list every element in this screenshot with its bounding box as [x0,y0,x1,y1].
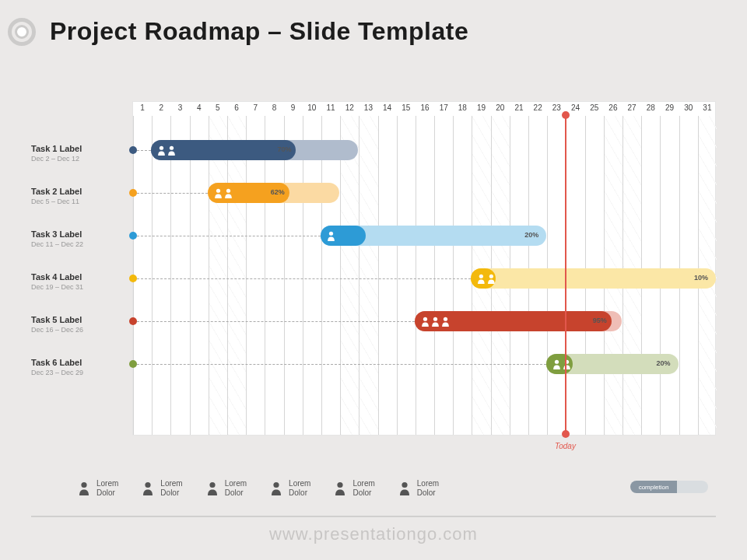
svg-point-15 [273,482,279,488]
task-dates: Dec 2 – Dec 12 [31,155,124,163]
day-number: 8 [265,103,283,112]
connector-line [137,193,208,194]
bullet-icon [8,18,36,46]
connector-line [137,278,471,279]
day-number: 20 [491,103,510,112]
task-percent: 70% [277,145,291,153]
task-label: Task 4 Label Dec 19 – Dec 31 [31,272,124,291]
day-number: 28 [641,103,660,112]
task-percent: 62% [271,188,285,196]
day-number: 15 [397,103,416,112]
day-number: 25 [585,103,604,112]
day-number: 17 [434,103,453,112]
connector-line [137,364,546,365]
legend-text: LoremDolor [289,479,310,498]
day-number: 18 [453,103,472,112]
task-dates: Dec 23 – Dec 29 [31,369,124,376]
person-icon [477,274,486,284]
connector-line [137,150,151,151]
task-row: Task 5 Label Dec 16 – Dec 26 95% [31,315,716,343]
svg-point-14 [209,482,215,488]
task-name: Task 1 Label [31,144,124,153]
task-row: Task 6 Label Dec 23 – Dec 29 20% [31,358,716,386]
person-icon [441,317,450,327]
task-dot-icon [129,232,137,240]
day-number: 1 [133,103,152,112]
person-icon [487,274,496,284]
day-number: 12 [340,103,359,112]
task-label: Task 5 Label Dec 16 – Dec 26 [31,315,124,334]
legend-text: LoremDolor [96,479,118,498]
task-percent: 10% [694,274,708,282]
legend-item: LoremDolor [270,479,310,498]
task-label: Task 2 Label Dec 5 – Dec 11 [31,187,124,205]
person-icon [431,317,440,327]
svg-point-4 [329,231,333,235]
task-percent: 20% [657,359,671,367]
day-number: 24 [566,103,585,112]
svg-point-9 [444,317,447,320]
task-bar-bg [471,268,716,289]
person-icon [78,481,90,495]
legend: LoremDolor LoremDolor LoremDolor LoremDo… [78,479,439,498]
svg-point-5 [479,274,483,278]
person-icon [167,145,176,156]
task-dates: Dec 11 – Dec 22 [31,240,124,248]
legend-item: LoremDolor [398,479,439,498]
day-number: 27 [622,103,641,112]
task-dot-icon [129,189,137,197]
person-icon [206,481,219,495]
person-icon [552,359,561,369]
task-percent: 95% [593,317,607,324]
task-dates: Dec 19 – Dec 31 [31,283,124,291]
person-icon [270,481,282,495]
svg-point-10 [555,359,559,363]
person-icon [224,188,233,198]
task-name: Task 4 Label [31,272,124,282]
connector-line [137,321,415,322]
connector-line [137,236,321,236]
day-number: 2 [152,103,170,112]
svg-point-16 [338,482,343,488]
task-label: Task 3 Label Dec 11 – Dec 22 [31,229,124,248]
person-icon [334,481,346,495]
completion-key: completion [630,481,708,493]
svg-point-0 [160,145,163,149]
task-dates: Dec 5 – Dec 11 [31,198,124,205]
day-number: 9 [284,103,303,112]
day-number: 19 [472,103,491,112]
day-number: 29 [661,103,679,112]
header: Project Roadmap – Slide Template [0,0,747,54]
task-row: Task 4 Label Dec 19 – Dec 31 10% [31,272,716,300]
page-title: Project Roadmap – Slide Template [50,17,468,46]
day-number: 7 [246,103,265,112]
footer-link[interactable]: www.presentationgo.com [0,524,747,544]
task-dot-icon [129,146,137,154]
today-label: Today [555,442,576,450]
day-number: 4 [190,103,209,112]
svg-point-17 [402,482,407,488]
legend-item: LoremDolor [142,479,182,498]
task-name: Task 6 Label [31,358,124,367]
legend-text: LoremDolor [160,479,182,498]
legend-text: LoremDolor [352,479,374,498]
person-icon [142,481,154,495]
legend-text: LoremDolor [225,479,247,498]
task-dates: Dec 16 – Dec 26 [31,326,124,334]
svg-point-8 [433,317,437,320]
task-dot-icon [129,360,137,368]
task-label: Task 6 Label Dec 23 – Dec 29 [31,358,124,376]
day-number: 14 [378,103,397,112]
day-number: 26 [604,103,622,112]
task-row: Task 3 Label Dec 11 – Dec 22 20% [31,229,716,257]
person-icon [563,359,571,369]
task-percent: 20% [524,231,538,239]
day-number: 30 [679,103,698,112]
divider [31,516,716,517]
day-number: 16 [416,103,434,112]
person-icon [327,231,335,241]
day-number: 23 [547,103,566,112]
day-number: 21 [510,103,528,112]
task-label: Task 1 Label Dec 2 – Dec 12 [31,144,124,163]
day-number: 3 [170,103,189,112]
